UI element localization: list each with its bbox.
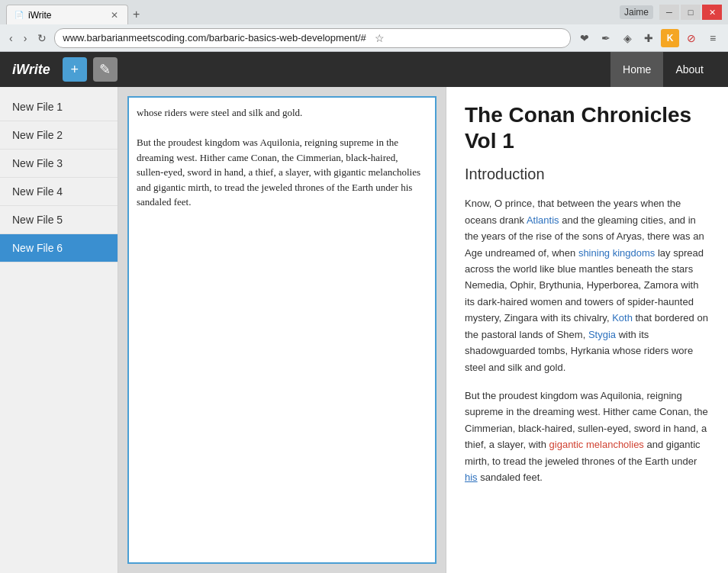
preview-paragraph1: Know, O prince, that between the years w… [465,195,710,375]
address-url: www.barbarianmeetscoding.com/barbaric-ba… [63,32,366,43]
pen-icon[interactable]: ✒ [597,29,615,47]
preview-subtitle: Introduction [465,166,710,183]
close-window-button[interactable]: ✕ [702,5,722,20]
forward-button[interactable]: › [21,31,31,46]
highlight-atlantis: Atlantis [527,214,559,226]
minimize-button[interactable]: ─ [659,5,679,20]
sidebar-item-file6[interactable]: New File 6 [0,234,118,262]
url-path: /barbaric-basics-web-development/# [206,32,366,43]
editor-area: whose riders were steel and silk and gol… [118,87,446,573]
preview-area: The Conan Chronicles Vol 1 Introduction … [446,87,728,573]
main-layout: New File 1 New File 2 New File 3 New Fil… [0,87,728,573]
app-navbar: iWrite + ✎ Home About [0,52,728,87]
highlight-gigantic1: gigantic melancholies [549,439,644,450]
sidebar-item-file4[interactable]: New File 4 [0,178,118,206]
new-document-button[interactable]: + [63,57,87,82]
pocket-icon[interactable]: ❤ [575,29,594,47]
app-brand: iWrite [12,62,50,78]
edit-document-button[interactable]: ✎ [93,57,118,82]
editor-wrapper: whose riders were steel and silk and gol… [127,96,436,564]
back-button[interactable]: ‹ [6,31,16,46]
browser-tab-active[interactable]: 📄 iWrite ✕ [6,5,128,24]
window-controls: Jaime ─ □ ✕ [620,5,722,20]
sidebar-item-file2[interactable]: New File 2 [0,121,118,150]
browser-addressbar: ‹ › ↻ www.barbarianmeetscoding.com/barba… [0,24,728,52]
k-icon[interactable]: K [661,29,679,47]
add-bookmark-icon[interactable]: ✚ [639,29,658,47]
highlight-stygia: Stygia [588,329,616,340]
new-tab-button[interactable]: + [128,5,144,24]
nav-home-link[interactable]: Home [610,52,663,87]
tab-close-button[interactable]: ✕ [109,10,120,21]
preview-paragraph2: But the proudest kingdom was Aquilonia, … [465,388,710,486]
nav-about-link[interactable]: About [663,52,716,87]
sidebar-item-file1[interactable]: New File 1 [0,93,118,121]
user-label: Jaime [620,5,653,19]
address-bar[interactable]: www.barbarianmeetscoding.com/barbaric-ba… [54,28,571,48]
preview-body: Know, O prince, that between the years w… [465,195,710,485]
sidebar-item-file5[interactable]: New File 5 [0,206,118,234]
highlight-his: his [465,472,478,483]
menu-icon[interactable]: ≡ [704,29,722,47]
sidebar: New File 1 New File 2 New File 3 New Fil… [0,87,118,573]
editor-textarea[interactable]: whose riders were steel and silk and gol… [127,96,436,564]
nav-links: Home About [610,52,716,87]
url-domain: www.barbarianmeetscoding.com [63,32,206,43]
tab-favicon: 📄 [14,11,24,19]
highlight-koth: Koth [612,312,633,324]
tab-area: 📄 iWrite ✕ + [6,0,617,24]
sidebar-item-file3[interactable]: New File 3 [0,150,118,178]
browser-toolbar: ❤ ✒ ◈ ✚ K ⊘ ≡ [575,29,722,47]
highlight-shining: shining kingdoms [578,247,655,259]
block-icon[interactable]: ⊘ [682,29,701,47]
preview-title: The Conan Chronicles Vol 1 [465,102,710,153]
maximize-button[interactable]: □ [681,5,701,20]
browser-titlebar: 📄 iWrite ✕ + Jaime ─ □ ✕ [0,0,728,24]
tab-title: iWrite [28,10,51,21]
bookmark-star-icon[interactable]: ☆ [371,29,389,47]
reload-button[interactable]: ↻ [34,31,50,46]
layers-icon[interactable]: ◈ [618,29,636,47]
